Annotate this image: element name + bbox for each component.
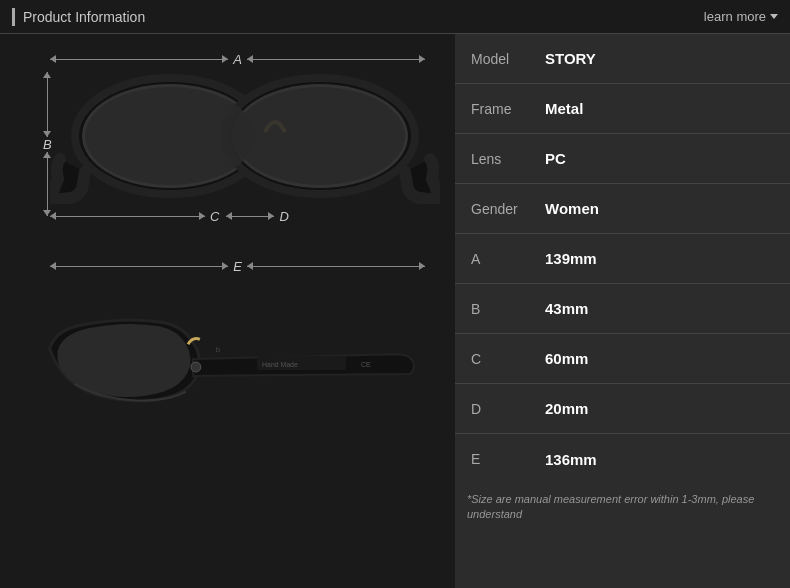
specs-panel: ModelSTORYFrameMetalLensPCGenderWomenA13…	[455, 34, 790, 588]
chevron-down-icon	[770, 14, 778, 19]
spec-row-a: A139mm	[455, 234, 790, 284]
measurement-c-label: C	[205, 209, 224, 224]
sunglasses-front-image	[50, 64, 425, 208]
spec-row-gender: GenderWomen	[455, 184, 790, 234]
learn-more-button[interactable]: learn more	[704, 9, 778, 24]
spec-key-b: B	[455, 301, 535, 317]
front-view-diagram: A B	[20, 44, 435, 284]
svg-point-6	[191, 362, 201, 372]
spec-value-a: 139mm	[535, 250, 597, 267]
spec-key-lens: Lens	[455, 151, 535, 167]
spec-key-model: Model	[455, 51, 535, 67]
spec-row-d: D20mm	[455, 384, 790, 434]
spec-value-e: 136mm	[535, 451, 597, 468]
product-diagram-panel: A B	[0, 34, 455, 588]
measurement-a-arrow-right	[247, 59, 425, 60]
spec-value-c: 60mm	[535, 350, 588, 367]
page-header: Product Information learn more	[0, 0, 790, 34]
spec-value-model: STORY	[535, 50, 596, 67]
spec-value-d: 20mm	[535, 400, 588, 417]
svg-point-5	[235, 87, 405, 185]
svg-text:Hand Made: Hand Made	[262, 361, 298, 368]
spec-value-gender: Women	[535, 200, 599, 217]
measurement-b-arrow-bottom	[47, 152, 48, 217]
measurement-e-label: E	[228, 259, 247, 274]
spec-row-c: C60mm	[455, 334, 790, 384]
learn-more-label: learn more	[704, 9, 766, 24]
measurement-d-label: D	[274, 209, 293, 224]
spec-value-b: 43mm	[535, 300, 588, 317]
measurement-e-arrow	[50, 266, 228, 267]
spec-key-frame: Frame	[455, 101, 535, 117]
spec-row-e: E136mm	[455, 434, 790, 484]
svg-text:CE: CE	[361, 361, 371, 368]
spec-value-frame: Metal	[535, 100, 583, 117]
svg-point-4	[85, 87, 255, 185]
spec-key-gender: Gender	[455, 201, 535, 217]
title-area: Product Information	[12, 8, 145, 26]
spec-key-a: A	[455, 251, 535, 267]
measurement-c-arrow	[50, 216, 205, 217]
measurement-b-arrow	[47, 72, 48, 137]
title-bar-decoration	[12, 8, 15, 26]
spec-row-b: B43mm	[455, 284, 790, 334]
side-view-diagram: Hand Made CE b	[20, 294, 435, 444]
spec-key-d: D	[455, 401, 535, 417]
measurement-d-arrow	[226, 216, 274, 217]
spec-key-e: E	[455, 451, 535, 467]
spec-value-lens: PC	[535, 150, 566, 167]
specs-table: ModelSTORYFrameMetalLensPCGenderWomenA13…	[455, 34, 790, 484]
main-content: A B	[0, 34, 790, 588]
page-title: Product Information	[23, 9, 145, 25]
spec-key-c: C	[455, 351, 535, 367]
svg-text:b: b	[216, 345, 221, 354]
spec-row-model: ModelSTORY	[455, 34, 790, 84]
spec-row-frame: FrameMetal	[455, 84, 790, 134]
spec-row-lens: LensPC	[455, 134, 790, 184]
measurement-a-arrow	[50, 59, 228, 60]
measurement-e-arrow-right	[247, 266, 425, 267]
size-note: *Size are manual measurement error withi…	[455, 484, 790, 531]
